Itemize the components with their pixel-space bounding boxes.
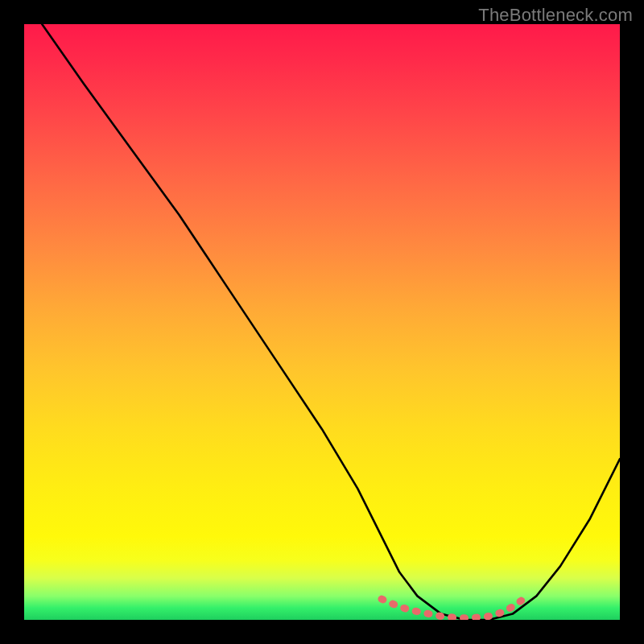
bottleneck-curve [42,24,620,620]
watermark-text: TheBottleneck.com [478,5,633,26]
curve-layer [24,24,620,620]
optimal-band [382,598,525,617]
plot-area [24,24,620,620]
chart-container: TheBottleneck.com [0,0,644,644]
